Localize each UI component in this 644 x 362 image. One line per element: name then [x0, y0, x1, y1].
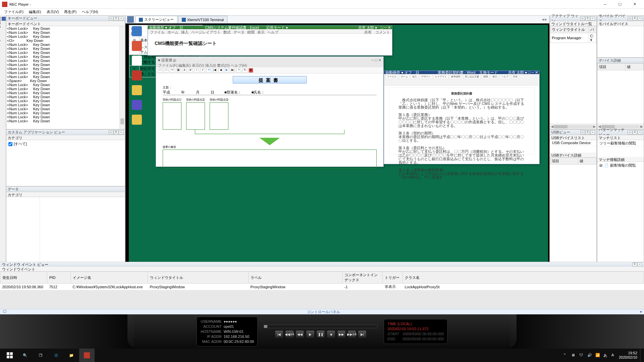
word-window: 自動保存 ● オフ 日 業務委託契約書 - Word 互換モード共有 太郎 ● … [384, 70, 540, 164]
keyboard-event-row: <Num Lock> Key Down [7, 95, 124, 99]
skip-start-button[interactable]: |◀ [275, 330, 283, 338]
panel-pin-icon[interactable]: ⊼ [114, 130, 118, 134]
window-titlebar: REC Player - ─ ▢ ✕ [0, 0, 644, 9]
start-button[interactable] [2, 349, 17, 362]
keyboard-event-row: <Num Lock> Key Down [7, 119, 124, 123]
menu-edit[interactable]: 編集(E) [26, 9, 44, 15]
window-event-table[interactable]: 発生日時PIDイメージ名ウィンドウタイトルラベルコンポーネントインデックストリガ… [0, 272, 644, 290]
close-button[interactable]: ✕ [627, 1, 642, 8]
window-event-panel: ウィンドウ イベント ビュー ⊼× ウィンドウイベント 発生日時PIDイメージ名… [0, 262, 644, 309]
recplayer-taskbar-button[interactable] [79, 349, 95, 362]
menu-view[interactable]: 表示(V) [44, 9, 62, 15]
forward-fast-button[interactable]: ▶▶x4 [347, 330, 356, 338]
maximize-button[interactable]: ▢ [612, 1, 627, 8]
keyboard-event-row: <Num Lock> Key Down [7, 67, 124, 71]
search-button[interactable]: 🔍 [17, 349, 33, 362]
device-detail-panel: デバイス詳細 項目値 ◀▶ [597, 58, 644, 129]
proposal-window: ■ 提案書.jp─ □ ✕ ファイル(F) 編集(E) 表示(V) 挿入(I) … [156, 56, 384, 167]
tray-icon[interactable]: 🔊 [587, 353, 592, 358]
excel-title: CMS機能要件一覧確認シート [148, 34, 392, 49]
tab-screen[interactable]: スクリーンビュー [135, 16, 177, 23]
panel-close-icon[interactable]: × [119, 130, 123, 134]
control-icon: 🖵 [2, 309, 7, 314]
panel-pin-icon[interactable]: ⊼ [114, 16, 118, 20]
play-button[interactable]: ▶ [306, 330, 315, 338]
tab-next-icon[interactable]: ▶ [545, 18, 547, 21]
custom-app-title: カスタム アプリケーション ビュー [8, 130, 108, 135]
menu-play[interactable]: 再生(P) [61, 9, 79, 15]
keyboard-event-row: <Num Lock> Key Down [7, 91, 124, 95]
all-checkbox[interactable] [8, 142, 12, 146]
svg-rect-1 [10, 352, 13, 355]
tab-prev-icon[interactable]: ◀ [542, 18, 544, 21]
pause-button[interactable]: ❚❚ [316, 330, 325, 338]
keyboard-event-row: <Num Lock> Key Down [7, 115, 124, 119]
keyboard-event-row: <Num Lock> Key Down [7, 71, 124, 75]
match-tree-item[interactable]: ⊟ 📄 顧客情報の閲覧 [597, 162, 644, 169]
usb-device-row[interactable]: USB Composite Device [550, 140, 596, 146]
data-title: データ [8, 187, 123, 192]
keyboard-event-row: <Num Lock> Key Down [7, 31, 124, 35]
desktop-icon [132, 115, 142, 125]
active-window-table[interactable]: ウィンドウタイトルパ Program ManagerC:¥ [550, 26, 596, 43]
explorer-button[interactable]: 📁 [64, 349, 79, 362]
menu-help[interactable]: ヘルプ(H) [79, 9, 101, 15]
settings-icon[interactable] [127, 16, 134, 23]
data-cat: カテゴリ [6, 192, 125, 197]
scrollbar[interactable] [119, 26, 125, 129]
tray-icon[interactable]: 🖥 [571, 353, 576, 358]
task-view-button[interactable]: ❐ [33, 349, 48, 362]
taskbar-clock[interactable]: 19:522020/02/10 [619, 351, 637, 360]
h-scrollbar[interactable]: ◀▶ [550, 124, 596, 129]
rewind-fast-button[interactable]: ◀◀x4 [285, 330, 294, 338]
panel-restore-icon[interactable]: ▭ [109, 130, 113, 134]
folder-icon: 📄 [604, 163, 609, 168]
desktop-icon [132, 56, 142, 66]
systray[interactable]: ⌃ 🖥 🛡 🔊 📶 あ A [563, 353, 616, 358]
window-title: REC Player - [9, 2, 598, 6]
keyboard-view-title: キーボードビュー [8, 16, 108, 21]
keyboard-sub: キーボードイベント [6, 21, 125, 26]
match-row[interactable]: ツリー顧客情報の閲覧 [597, 140, 644, 147]
menubar: ファイル(F) 編集(E) 表示(V) 再生(P) ヘルプ(H) [0, 9, 644, 15]
app-icon [2, 2, 7, 7]
ime-icon[interactable]: あ [603, 353, 608, 358]
ie-button[interactable]: ⓔ [48, 349, 64, 362]
tray-icon[interactable]: 🛡 [579, 353, 584, 358]
skip-end-button[interactable]: ▶| [358, 330, 367, 338]
tray-icon[interactable]: ⌃ [563, 353, 568, 358]
control-panel-header[interactable]: 🖵 コントロールパネル ▾ [0, 309, 644, 314]
keyboard-event-row: <Num Lock> Key Down [7, 63, 124, 67]
svg-rect-0 [7, 352, 9, 355]
seek-slider[interactable] [264, 325, 378, 328]
minimize-button[interactable]: ─ [598, 1, 612, 8]
panel-close-icon[interactable]: × [119, 16, 123, 20]
show-desktop-button[interactable] [640, 349, 642, 362]
keyboard-event-list[interactable]: <Num Lock> Key Down<Num Lock> Key Down<N… [6, 26, 125, 129]
keyboard-event-row: <Num Lock> Key Down [7, 55, 124, 59]
tray-icon[interactable]: 📶 [595, 353, 600, 358]
keyboard-event-row: <Num Lock> Key Down [7, 43, 124, 47]
panel-restore-icon[interactable]: ▭ [109, 16, 113, 20]
keyboard-event-row: <Num Lock> Key Down [7, 111, 124, 115]
keyboard-event-row: <Space> Key Down [7, 79, 124, 83]
desktop-icon [132, 85, 142, 95]
time-info: TIME (LOCAL) 2020/02/10 19:52:11.372 STA… [384, 319, 447, 344]
forward-button[interactable]: ▶▶ [337, 330, 346, 338]
session-info: USERNAME●●●●●● ACCOUNTope01 HOSTNAMEWIN-… [197, 317, 258, 347]
stop-button[interactable]: ■ [327, 330, 335, 338]
custom-app-panel: カスタム アプリケーション ビュー ▭ ⊼ × カテゴリ [すべて] [6, 129, 125, 186]
tab-xterm[interactable]: Xterm/VT100 Terminal [178, 16, 227, 23]
keyboard-event-row: <Num Lock> Key Down [7, 107, 124, 111]
ime-a-icon[interactable]: A [611, 353, 616, 358]
keyboard-event-row: <Num Lock> Key Down [7, 26, 124, 31]
rewind-button[interactable]: ◀◀ [296, 330, 304, 338]
collapse-icon[interactable]: ▾ [640, 310, 642, 314]
menu-file[interactable]: ファイル(F) [1, 9, 26, 15]
category-all-row[interactable]: [すべて] [6, 140, 125, 148]
tree-collapse-icon[interactable]: ⊟ [599, 163, 603, 168]
keyboard-event-row: <Num Lock> Key Down [7, 59, 124, 63]
keyboard-event-row: <Num Lock> Key Down [7, 87, 124, 91]
svg-rect-2 [7, 356, 9, 358]
keyboard-event-row: <Num Lock> Key Down [7, 47, 124, 51]
